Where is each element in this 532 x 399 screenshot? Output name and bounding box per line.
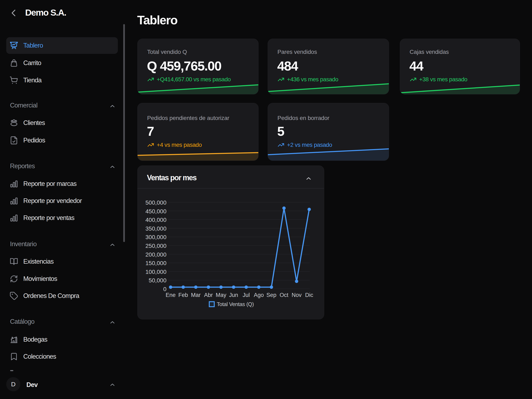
svg-text:Mar: Mar [191,292,201,298]
svg-text:Dic: Dic [305,292,313,298]
svg-text:300,000: 300,000 [146,234,166,240]
svg-text:100,000: 100,000 [146,269,166,275]
svg-text:May: May [216,292,227,298]
svg-text:Feb: Feb [178,292,188,298]
svg-text:Ago: Ago [254,292,264,298]
svg-text:200,000: 200,000 [146,251,166,258]
svg-text:Oct: Oct [280,292,289,298]
svg-text:150,000: 150,000 [146,260,166,266]
svg-text:Jun: Jun [229,292,238,298]
svg-text:Nov: Nov [291,292,302,298]
svg-text:Jul: Jul [242,292,250,298]
svg-text:Sep: Sep [266,292,276,298]
svg-text:500,000: 500,000 [146,200,166,206]
svg-text:Abr: Abr [204,292,213,298]
svg-text:Ene: Ene [166,292,176,298]
svg-text:Total Ventas (Q): Total Ventas (Q) [217,301,254,307]
svg-text:450,000: 450,000 [146,208,166,215]
svg-text:0: 0 [163,286,166,292]
svg-text:350,000: 350,000 [146,225,166,232]
svg-text:50,000: 50,000 [149,277,166,283]
svg-text:400,000: 400,000 [146,217,166,223]
svg-text:250,000: 250,000 [146,243,166,249]
